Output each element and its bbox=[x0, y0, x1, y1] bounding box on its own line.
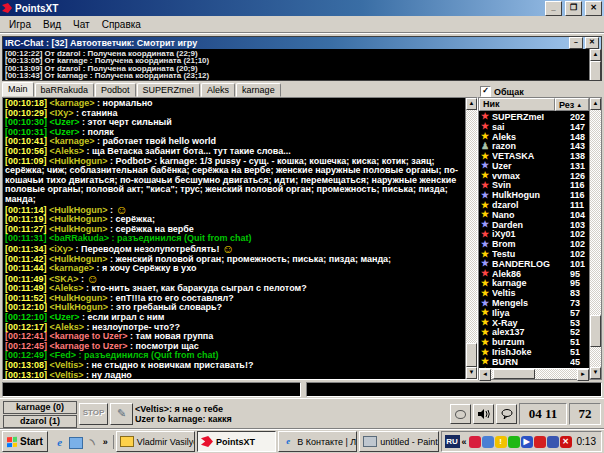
user-list-hscrollbar[interactable]: ◄ ► bbox=[479, 368, 589, 379]
user-row[interactable]: ★HulkHogun116 bbox=[479, 190, 589, 200]
column-score[interactable]: Рез▲ bbox=[555, 98, 589, 111]
user-row[interactable]: ★BANDERLOG101 bbox=[479, 259, 589, 269]
user-row[interactable]: ★dzarol111 bbox=[479, 200, 589, 210]
task-button--[interactable]: eВ Контакте | Любител... bbox=[278, 431, 357, 452]
user-row[interactable]: ★Uzer131 bbox=[479, 161, 589, 171]
star-icon: ★ bbox=[481, 328, 492, 337]
user-row[interactable]: ★BURN45 bbox=[479, 357, 589, 367]
flag-tray-icon[interactable] bbox=[547, 436, 559, 448]
pencil-icon[interactable]: ✎ bbox=[110, 403, 133, 425]
message-text: : этот черт сильный bbox=[82, 117, 172, 127]
warning-shield-tray-icon[interactable]: ! bbox=[495, 436, 507, 448]
scroll-down-icon[interactable]: ▼ bbox=[590, 367, 601, 379]
tab-SUPERZmeI[interactable]: SUPERZmeI bbox=[137, 83, 201, 97]
user-row[interactable]: ★Iliya57 bbox=[479, 308, 589, 318]
overflow-chevron-icon[interactable]: » bbox=[101, 437, 110, 447]
scrollbar-thumb[interactable] bbox=[466, 343, 477, 367]
tab-Podbot[interactable]: Podbot bbox=[95, 83, 136, 97]
scroll-up-icon[interactable]: ▲ bbox=[466, 98, 477, 110]
chat-scrollbar[interactable]: ▲ ▼ bbox=[465, 98, 477, 379]
media-player-tray-icon[interactable]: ▶ bbox=[521, 436, 533, 448]
nickname: <Aleks> bbox=[50, 322, 87, 332]
menu-item-Игра[interactable]: Игра bbox=[3, 18, 37, 31]
ati-tray-icon[interactable] bbox=[534, 436, 546, 448]
messenger-tray-icon[interactable] bbox=[482, 436, 494, 448]
restore-button[interactable]: ❐ bbox=[565, 1, 582, 16]
tab-Main[interactable]: Main bbox=[2, 82, 34, 97]
user-row[interactable]: ★iXy01102 bbox=[479, 230, 589, 240]
irc-minimize-button[interactable]: – bbox=[569, 37, 583, 49]
msn-icon[interactable]: ৲ bbox=[85, 435, 99, 449]
user-row[interactable]: ★Mengels73 bbox=[479, 298, 589, 308]
green-status-tray-icon[interactable] bbox=[508, 436, 520, 448]
user-row[interactable]: ★Testu102 bbox=[479, 249, 589, 259]
user-row[interactable]: ★vvmax126 bbox=[479, 171, 589, 181]
close-button[interactable]: ✕ bbox=[585, 1, 602, 16]
irc-log-scrollbar[interactable]: ▲ ▼ bbox=[589, 49, 601, 80]
speaker-icon[interactable] bbox=[473, 404, 494, 424]
user-row[interactable]: ★IrishJoke51 bbox=[479, 347, 589, 357]
menu-item-Справка[interactable]: Справка bbox=[96, 18, 147, 31]
pointsxt-tray-icon[interactable] bbox=[469, 436, 481, 448]
start-button[interactable]: Start bbox=[2, 431, 48, 452]
user-row[interactable]: ★karnage95 bbox=[479, 279, 589, 289]
user-row[interactable]: ★Brom102 bbox=[479, 239, 589, 249]
user-list-vscrollbar[interactable]: ▲ ▼ bbox=[590, 97, 602, 380]
checkbox-checked-icon[interactable]: ✓ bbox=[480, 86, 491, 97]
tab-Aleks[interactable]: Aleks bbox=[201, 83, 235, 97]
user-score: 104 bbox=[570, 210, 587, 220]
obshchak-checkbox-wrap[interactable]: ✓ Общак bbox=[480, 86, 602, 97]
scrollbar-thumb[interactable] bbox=[590, 315, 601, 347]
user-row[interactable]: ★Nano104 bbox=[479, 210, 589, 220]
chat-area[interactable]: [00:10:18] <karnage> : нормально[00:10:2… bbox=[2, 97, 478, 380]
user-row[interactable]: ★burzum51 bbox=[479, 337, 589, 347]
user-row[interactable]: ★Svin116 bbox=[479, 181, 589, 191]
scroll-down-icon[interactable]: ▼ bbox=[466, 367, 477, 379]
player-dzarol-badge[interactable]: dzarol (1) bbox=[3, 415, 77, 428]
user-row[interactable]: ★Alek8695 bbox=[479, 269, 589, 279]
user-row[interactable]: ★Darden103 bbox=[479, 220, 589, 230]
user-row[interactable]: ★sai147 bbox=[479, 122, 589, 132]
scrollbar-track bbox=[590, 61, 601, 68]
user-row[interactable]: ★SUPERZmeI202 bbox=[479, 112, 589, 122]
scroll-up-icon[interactable]: ▲ bbox=[590, 98, 601, 110]
private-input[interactable] bbox=[306, 382, 602, 397]
stop-button[interactable]: STOP bbox=[79, 403, 108, 425]
player-karnage-badge[interactable]: karnage (0) bbox=[3, 401, 77, 414]
user-row[interactable]: ★VETASKA138 bbox=[479, 151, 589, 161]
irc-chat-header[interactable]: IRC-Chat : [32] Автоответчик: Смотрит иг… bbox=[3, 37, 601, 49]
timestamp: [00:11:34] bbox=[5, 244, 49, 254]
task-button-vladmir-vasilyev-[interactable]: Vladmir Vasilyev (Онлайн) bbox=[116, 431, 195, 452]
scrollbar-thumb[interactable] bbox=[493, 369, 535, 379]
irc-close-button[interactable]: ✕ bbox=[585, 37, 599, 49]
circle-icon[interactable] bbox=[450, 404, 471, 424]
tray-collapse-icon[interactable]: « bbox=[461, 437, 468, 447]
task-buttons: Vladmir Vasilyev (Онлайн)PointsXTeВ Конт… bbox=[116, 431, 439, 452]
tab-karnage[interactable]: karnage bbox=[236, 83, 281, 97]
user-row[interactable]: ★X-Ray53 bbox=[479, 318, 589, 328]
task-button-untitled-paint[interactable]: untitled - Paint bbox=[359, 431, 438, 452]
outlook-icon[interactable] bbox=[69, 435, 83, 449]
scrollbar-thumb[interactable] bbox=[590, 61, 601, 80]
task-button-pointsxt[interactable]: PointsXT bbox=[197, 431, 276, 452]
tab-baRRakuda[interactable]: baRRakuda bbox=[35, 83, 95, 97]
timestamp: [00:10:41] bbox=[5, 136, 50, 146]
minimize-button[interactable]: _ bbox=[545, 1, 562, 16]
column-nick[interactable]: Ник bbox=[479, 98, 555, 111]
title-bar: PointsXT _ ❐ ✕ bbox=[0, 0, 604, 16]
nickname: <HulkHogun> bbox=[49, 293, 110, 303]
speech-bubble-icon[interactable] bbox=[496, 404, 517, 424]
scrollbar-track bbox=[590, 110, 601, 367]
language-indicator[interactable]: RU bbox=[445, 435, 460, 448]
ie-icon[interactable]: e bbox=[53, 435, 67, 449]
chat-input[interactable] bbox=[2, 382, 301, 397]
user-row[interactable]: ★Aleks148 bbox=[479, 132, 589, 142]
user-row[interactable]: ★Veltis83 bbox=[479, 288, 589, 298]
security-alert-tray-icon[interactable]: ✕ bbox=[560, 436, 572, 448]
menu-item-Вид[interactable]: Вид bbox=[37, 18, 67, 31]
scroll-up-icon[interactable]: ▲ bbox=[590, 49, 601, 61]
user-row[interactable]: ♟razon143 bbox=[479, 141, 589, 151]
user-nick: VETASKA bbox=[492, 151, 570, 161]
user-row[interactable]: ★alex13752 bbox=[479, 328, 589, 338]
menu-item-Чат[interactable]: Чат bbox=[67, 18, 96, 31]
